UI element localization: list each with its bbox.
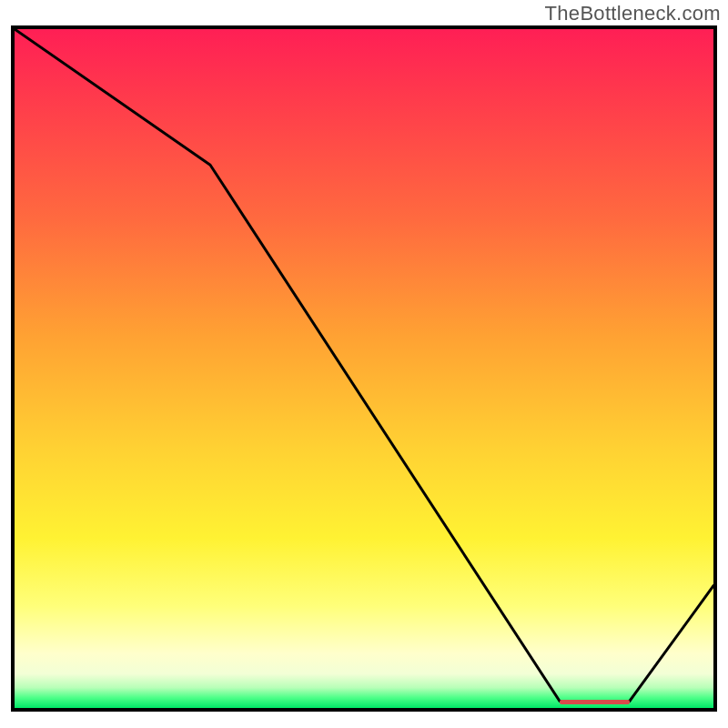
attribution-text: TheBottleneck.com (545, 2, 721, 25)
curve-path (15, 29, 713, 702)
plot-frame (11, 25, 717, 712)
page-root: TheBottleneck.com (0, 0, 728, 728)
plot-inner (15, 29, 713, 708)
minimum-marker (560, 700, 630, 704)
bottleneck-curve (15, 29, 713, 708)
